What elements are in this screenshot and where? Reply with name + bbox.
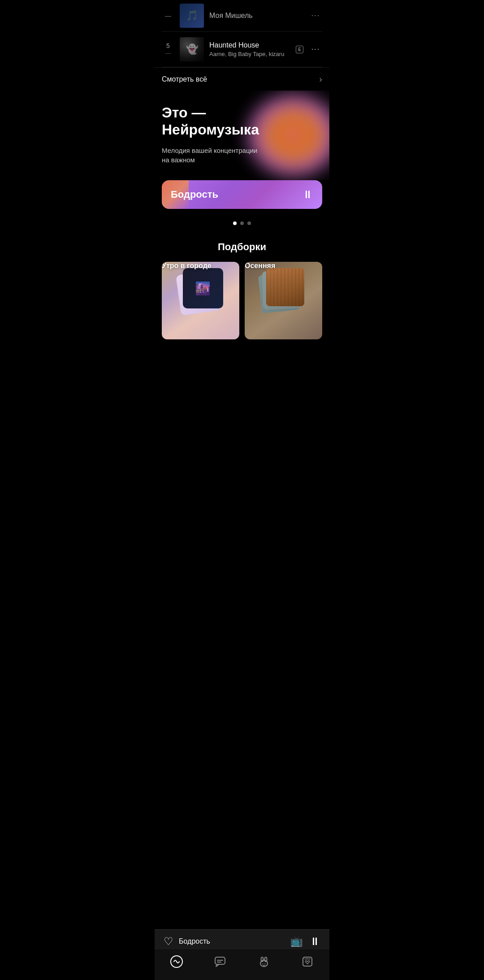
previous-track-row[interactable]: — 🎵 Моя Мишель ⋮: [155, 0, 329, 31]
neiromusika-section: Это —Нейромузыка Мелодия вашей концентра…: [155, 91, 329, 180]
prev-track-actions: ⋮: [309, 10, 322, 22]
nav-item-chat[interactable]: [207, 954, 233, 973]
svg-point-8: [264, 963, 265, 964]
carousel-dots: [155, 216, 329, 238]
library-icon: [301, 955, 314, 971]
now-playing-right: 📺 ⏸: [290, 935, 320, 948]
osen-album-stack: [259, 268, 308, 317]
home-icon: [170, 955, 183, 971]
see-all-arrow-icon: ›: [319, 74, 322, 84]
track-row-5[interactable]: 5 — Haunted House Aarne, Big Baby Tape, …: [162, 32, 322, 67]
prev-track-info: Моя Мишель: [209, 12, 303, 20]
see-all-label: Смотреть всё: [162, 75, 207, 83]
bottom-nav: [155, 949, 329, 980]
collection-card-utro[interactable]: 🌆 Утро в городе: [162, 262, 239, 339]
now-playing-left: ♡ Бодрость: [164, 935, 210, 948]
utro-album-front: 🌆: [183, 268, 223, 308]
track-prev-number: —: [162, 12, 174, 19]
neiromusika-title: Это —Нейромузыка: [162, 104, 322, 139]
track-5-thumbnail: [180, 37, 204, 61]
bodrost-pause-icon[interactable]: ⏸: [302, 188, 313, 201]
nav-item-library[interactable]: [294, 954, 321, 973]
svg-point-7: [262, 963, 263, 964]
utro-album-stack: 🌆: [176, 268, 225, 317]
prev-track-title: Моя Мишель: [209, 12, 303, 20]
prev-track-more-button[interactable]: ⋮: [309, 10, 322, 22]
osen-collection-name: Осенняя: [245, 262, 275, 269]
dot-1[interactable]: [233, 221, 237, 225]
track-5-more-button[interactable]: ⋮: [309, 43, 322, 56]
nav-item-home[interactable]: [163, 954, 190, 973]
collections-grid: 🌆 Утро в городе Осенняя: [155, 262, 329, 339]
track-5-artists: Aarne, Big Baby Tape, kizaru: [209, 51, 290, 57]
track-5-number: 5 —: [162, 42, 174, 56]
bottom-spacer: [155, 339, 329, 393]
chat-icon: [214, 955, 226, 971]
track-5-title: Haunted House: [209, 41, 290, 49]
osen-album-front: [266, 268, 304, 306]
bodrost-card-title: Бодрость: [171, 189, 218, 200]
collection-card-osen[interactable]: Осенняя: [245, 262, 322, 339]
collections-section-title: Подборки: [155, 238, 329, 262]
avatar-icon: [258, 955, 270, 971]
neiromusika-subtitle: Мелодия вашей концентрациина важном: [162, 146, 260, 165]
track-5-art: [180, 37, 204, 61]
see-all-row[interactable]: Смотреть всё ›: [155, 67, 329, 91]
now-playing-title: Бодрость: [179, 937, 210, 945]
prev-track-thumbnail: 🎵: [180, 4, 204, 28]
bodrost-card[interactable]: Бодрость ⏸: [162, 180, 322, 209]
nav-item-avatar[interactable]: [251, 954, 277, 973]
cast-button[interactable]: 📺: [290, 936, 302, 947]
track-list: 5 — Haunted House Aarne, Big Baby Tape, …: [155, 32, 329, 67]
dot-3[interactable]: [247, 221, 251, 225]
neiromusika-text-block: Это —Нейромузыка Мелодия вашей концентра…: [162, 104, 322, 165]
like-button[interactable]: ♡: [164, 935, 173, 948]
track-5-actions: E ⋮: [296, 43, 322, 56]
explicit-badge: E: [296, 46, 303, 53]
track-5-info: Haunted House Aarne, Big Baby Tape, kiza…: [209, 41, 290, 57]
now-playing-pause-button[interactable]: ⏸: [310, 935, 320, 948]
dot-2[interactable]: [240, 221, 244, 225]
utro-collection-name: Утро в городе: [162, 262, 212, 269]
